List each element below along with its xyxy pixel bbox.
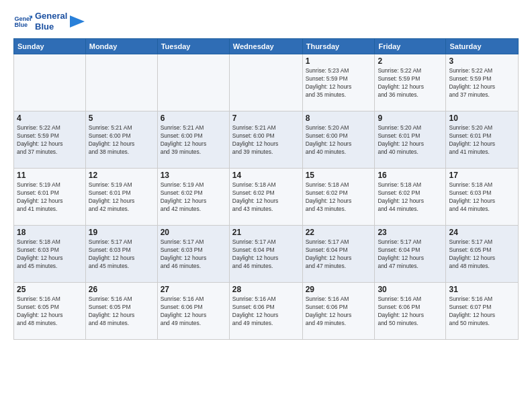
- day-number: 1: [306, 56, 372, 66]
- day-info: Sunrise: 5:22 AM Sunset: 5:59 PM Dayligh…: [378, 67, 443, 99]
- day-number: 10: [449, 113, 515, 123]
- calendar-day-cell: 24Sunrise: 5:17 AM Sunset: 6:05 PM Dayli…: [446, 226, 519, 283]
- weekday-header-thursday: Thursday: [302, 39, 375, 54]
- day-info: Sunrise: 5:18 AM Sunset: 6:02 PM Dayligh…: [306, 181, 372, 214]
- day-info: Sunrise: 5:21 AM Sunset: 6:00 PM Dayligh…: [161, 124, 226, 156]
- day-number: 8: [306, 113, 372, 123]
- page: General Blue General Blue SundayMondayTu…: [0, 0, 532, 411]
- day-info: Sunrise: 5:16 AM Sunset: 6:05 PM Dayligh…: [17, 295, 83, 328]
- svg-marker-4: [70, 15, 85, 28]
- day-number: 17: [449, 171, 515, 180]
- day-number: 5: [89, 113, 154, 123]
- calendar-week-row: 11Sunrise: 5:19 AM Sunset: 6:01 PM Dayli…: [14, 169, 519, 226]
- day-number: 29: [306, 285, 372, 294]
- calendar-day-cell: 12Sunrise: 5:19 AM Sunset: 6:01 PM Dayli…: [85, 169, 157, 226]
- day-info: Sunrise: 5:19 AM Sunset: 6:01 PM Dayligh…: [17, 181, 83, 214]
- calendar-day-cell: 22Sunrise: 5:17 AM Sunset: 6:04 PM Dayli…: [302, 226, 375, 283]
- day-info: Sunrise: 5:17 AM Sunset: 6:05 PM Dayligh…: [449, 238, 515, 271]
- day-number: 6: [161, 113, 226, 123]
- day-info: Sunrise: 5:21 AM Sunset: 6:00 PM Dayligh…: [232, 124, 300, 156]
- calendar-day-cell: 30Sunrise: 5:16 AM Sunset: 6:06 PM Dayli…: [375, 283, 446, 340]
- day-info: Sunrise: 5:18 AM Sunset: 6:03 PM Dayligh…: [449, 181, 515, 214]
- calendar-day-cell: 9Sunrise: 5:20 AM Sunset: 6:01 PM Daylig…: [375, 111, 446, 169]
- day-number: 15: [306, 171, 372, 180]
- logo-arrow-icon: [70, 15, 85, 28]
- calendar-day-cell: 18Sunrise: 5:18 AM Sunset: 6:03 PM Dayli…: [14, 226, 86, 283]
- logo-icon: General Blue: [13, 12, 32, 31]
- day-info: Sunrise: 5:22 AM Sunset: 5:59 PM Dayligh…: [17, 124, 83, 156]
- day-number: 20: [161, 228, 226, 237]
- day-number: 9: [378, 113, 443, 123]
- calendar-week-row: 4Sunrise: 5:22 AM Sunset: 5:59 PM Daylig…: [14, 111, 519, 169]
- day-number: 2: [378, 56, 443, 66]
- calendar-table: SundayMondayTuesdayWednesdayThursdayFrid…: [13, 38, 519, 340]
- calendar-day-cell: 26Sunrise: 5:16 AM Sunset: 6:05 PM Dayli…: [85, 283, 157, 340]
- logo-blue: Blue: [35, 21, 67, 32]
- calendar-day-cell: 16Sunrise: 5:18 AM Sunset: 6:02 PM Dayli…: [375, 169, 446, 226]
- weekday-header-sunday: Sunday: [14, 39, 86, 54]
- day-info: Sunrise: 5:16 AM Sunset: 6:06 PM Dayligh…: [232, 295, 300, 328]
- calendar-day-cell: 27Sunrise: 5:16 AM Sunset: 6:06 PM Dayli…: [157, 283, 229, 340]
- calendar-day-cell: 19Sunrise: 5:17 AM Sunset: 6:03 PM Dayli…: [85, 226, 157, 283]
- calendar-week-row: 25Sunrise: 5:16 AM Sunset: 6:05 PM Dayli…: [14, 283, 519, 340]
- day-number: 11: [17, 171, 83, 180]
- day-number: 24: [449, 228, 515, 237]
- calendar-day-cell: 5Sunrise: 5:21 AM Sunset: 6:00 PM Daylig…: [85, 111, 157, 169]
- day-info: Sunrise: 5:20 AM Sunset: 6:00 PM Dayligh…: [306, 124, 372, 156]
- day-number: 25: [17, 285, 83, 294]
- empty-cell: [85, 54, 157, 111]
- calendar-day-cell: 1Sunrise: 5:23 AM Sunset: 5:59 PM Daylig…: [302, 54, 375, 111]
- day-number: 31: [449, 285, 515, 294]
- calendar-day-cell: 15Sunrise: 5:18 AM Sunset: 6:02 PM Dayli…: [302, 169, 375, 226]
- day-info: Sunrise: 5:17 AM Sunset: 6:03 PM Dayligh…: [89, 238, 154, 271]
- day-info: Sunrise: 5:18 AM Sunset: 6:03 PM Dayligh…: [17, 238, 83, 271]
- calendar-day-cell: 25Sunrise: 5:16 AM Sunset: 6:05 PM Dayli…: [14, 283, 86, 340]
- day-info: Sunrise: 5:16 AM Sunset: 6:06 PM Dayligh…: [161, 295, 226, 328]
- empty-cell: [157, 54, 229, 111]
- day-number: 23: [378, 228, 443, 237]
- weekday-header-tuesday: Tuesday: [157, 39, 229, 54]
- calendar-day-cell: 29Sunrise: 5:16 AM Sunset: 6:06 PM Dayli…: [302, 283, 375, 340]
- calendar-day-cell: 10Sunrise: 5:20 AM Sunset: 6:01 PM Dayli…: [446, 111, 519, 169]
- weekday-header-friday: Friday: [375, 39, 446, 54]
- day-number: 16: [378, 171, 443, 180]
- day-info: Sunrise: 5:18 AM Sunset: 6:02 PM Dayligh…: [232, 181, 300, 214]
- day-number: 19: [89, 228, 154, 237]
- day-info: Sunrise: 5:22 AM Sunset: 5:59 PM Dayligh…: [449, 67, 515, 99]
- day-number: 27: [161, 285, 226, 294]
- logo: General Blue General Blue: [13, 11, 85, 32]
- calendar-day-cell: 4Sunrise: 5:22 AM Sunset: 5:59 PM Daylig…: [14, 111, 86, 169]
- weekday-header-saturday: Saturday: [446, 39, 519, 54]
- calendar-day-cell: 23Sunrise: 5:17 AM Sunset: 6:04 PM Dayli…: [375, 226, 446, 283]
- calendar-day-cell: 21Sunrise: 5:17 AM Sunset: 6:04 PM Dayli…: [229, 226, 302, 283]
- calendar-day-cell: 11Sunrise: 5:19 AM Sunset: 6:01 PM Dayli…: [14, 169, 86, 226]
- day-number: 3: [449, 56, 515, 66]
- calendar-day-cell: 14Sunrise: 5:18 AM Sunset: 6:02 PM Dayli…: [229, 169, 302, 226]
- day-number: 18: [17, 228, 83, 237]
- day-number: 26: [89, 285, 154, 294]
- header: General Blue General Blue: [13, 11, 519, 32]
- day-info: Sunrise: 5:16 AM Sunset: 6:05 PM Dayligh…: [89, 295, 154, 328]
- day-number: 30: [378, 285, 443, 294]
- calendar-week-row: 1Sunrise: 5:23 AM Sunset: 5:59 PM Daylig…: [14, 54, 519, 111]
- day-info: Sunrise: 5:16 AM Sunset: 6:06 PM Dayligh…: [306, 295, 372, 328]
- day-info: Sunrise: 5:17 AM Sunset: 6:03 PM Dayligh…: [161, 238, 226, 271]
- day-number: 21: [232, 228, 300, 237]
- svg-text:Blue: Blue: [14, 21, 28, 28]
- calendar-day-cell: 8Sunrise: 5:20 AM Sunset: 6:00 PM Daylig…: [302, 111, 375, 169]
- calendar-day-cell: 7Sunrise: 5:21 AM Sunset: 6:00 PM Daylig…: [229, 111, 302, 169]
- calendar-day-cell: 13Sunrise: 5:19 AM Sunset: 6:02 PM Dayli…: [157, 169, 229, 226]
- day-info: Sunrise: 5:18 AM Sunset: 6:02 PM Dayligh…: [378, 181, 443, 214]
- day-info: Sunrise: 5:17 AM Sunset: 6:04 PM Dayligh…: [306, 238, 372, 271]
- empty-cell: [229, 54, 302, 111]
- calendar-day-cell: 3Sunrise: 5:22 AM Sunset: 5:59 PM Daylig…: [446, 54, 519, 111]
- calendar-header-row: SundayMondayTuesdayWednesdayThursdayFrid…: [14, 39, 519, 54]
- day-number: 13: [161, 171, 226, 180]
- day-number: 28: [232, 285, 300, 294]
- day-info: Sunrise: 5:17 AM Sunset: 6:04 PM Dayligh…: [378, 238, 443, 271]
- day-number: 4: [17, 113, 83, 123]
- calendar-day-cell: 20Sunrise: 5:17 AM Sunset: 6:03 PM Dayli…: [157, 226, 229, 283]
- day-info: Sunrise: 5:17 AM Sunset: 6:04 PM Dayligh…: [232, 238, 300, 271]
- day-number: 12: [89, 171, 154, 180]
- day-number: 14: [232, 171, 300, 180]
